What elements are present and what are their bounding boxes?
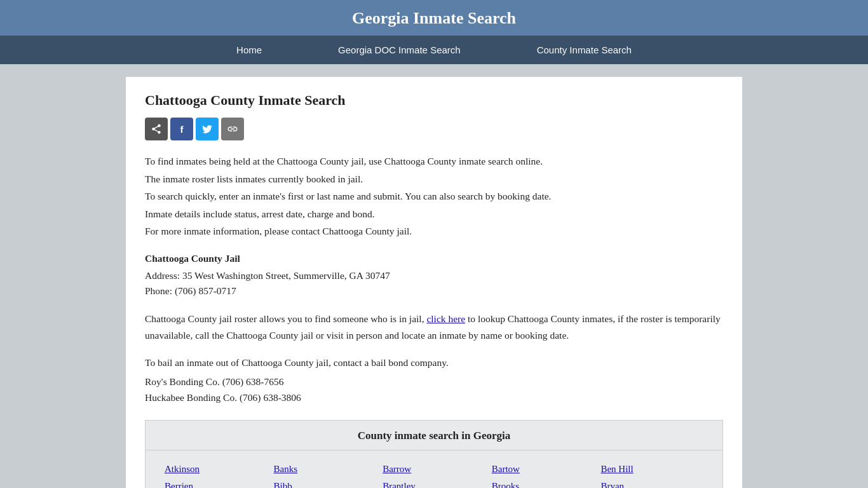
county-grid: AtkinsonBanksBarrowBartowBen HillBerrien… [146, 458, 722, 488]
nav-item-home[interactable]: Home [198, 36, 300, 64]
share-button[interactable] [145, 118, 168, 140]
social-buttons: f [145, 118, 723, 140]
county-link-barrow[interactable]: Barrow [383, 462, 485, 477]
description-paragraph: To search quickly, enter an inmate's fir… [145, 188, 723, 205]
site-nav: HomeGeorgia DOC Inmate SearchCounty Inma… [0, 36, 868, 64]
twitter-button[interactable] [196, 118, 219, 140]
county-link-brooks[interactable]: Brooks [492, 479, 595, 488]
copy-link-button[interactable] [221, 118, 244, 140]
jail-name: Chattooga County Jail [145, 251, 723, 267]
county-link-atkinson[interactable]: Atkinson [165, 462, 268, 477]
bail-company: Huckabee Bonding Co. (706) 638-3806 [145, 390, 723, 406]
page-title: Chattooga County Inmate Search [145, 92, 723, 109]
content-box: Chattooga County Inmate Search f To find… [126, 77, 742, 488]
county-link-bartow[interactable]: Bartow [492, 462, 595, 477]
site-title: Georgia Inmate Search [352, 9, 516, 27]
county-link-bibb[interactable]: Bibb [274, 479, 377, 488]
facebook-button[interactable]: f [170, 118, 193, 140]
county-link-ben-hill[interactable]: Ben Hill [600, 462, 703, 477]
description-paragraph: Inmate details include status, arrest da… [145, 206, 723, 222]
main-wrapper: Chattooga County Inmate Search f To find… [0, 64, 868, 488]
nav-item-county-search[interactable]: County Inmate Search [499, 36, 670, 64]
nav-item-doc-search[interactable]: Georgia DOC Inmate Search [300, 36, 499, 64]
jail-address: Address: 35 West Washington Street, Summ… [145, 268, 723, 284]
bail-section: To bail an inmate out of Chattooga Count… [145, 355, 723, 406]
county-link-berrien[interactable]: Berrien [165, 479, 268, 488]
jail-phone: Phone: (706) 857-0717 [145, 283, 723, 299]
county-link-banks[interactable]: Banks [274, 462, 377, 477]
description-section: To find inmates being held at the Chatto… [145, 153, 723, 240]
county-link-bryan[interactable]: Bryan [600, 479, 703, 488]
roster-text: Chattooga County jail roster allows you … [145, 311, 723, 343]
bail-company: Roy's Bonding Co. (706) 638-7656 [145, 374, 723, 390]
roster-link[interactable]: click here [426, 313, 465, 324]
jail-info-section: Chattooga County Jail Address: 35 West W… [145, 251, 723, 299]
county-section-title: County inmate search in Georgia [146, 421, 722, 451]
description-paragraph: The inmate roster lists inmates currentl… [145, 171, 723, 187]
county-section: County inmate search in Georgia Atkinson… [145, 420, 723, 488]
county-link-brantley[interactable]: Brantley [383, 479, 485, 488]
bail-intro: To bail an inmate out of Chattooga Count… [145, 355, 723, 371]
description-paragraph: To find inmates being held at the Chatto… [145, 153, 723, 170]
site-header: Georgia Inmate Search [0, 0, 868, 36]
description-paragraph: For more inmate information, please cont… [145, 223, 723, 240]
